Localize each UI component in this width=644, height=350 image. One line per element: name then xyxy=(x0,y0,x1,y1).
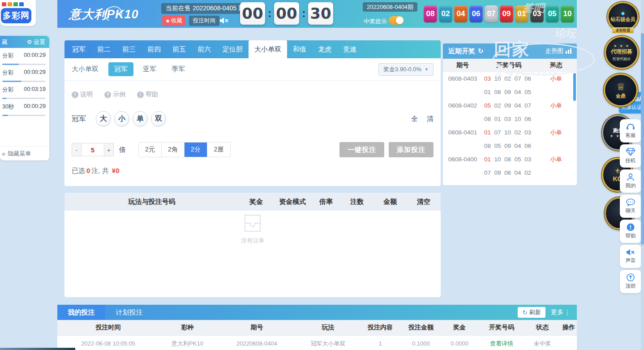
diamond-member-badge[interactable]: ◆ 钻石级会员 多彩联盟 xyxy=(607,2,639,31)
chevron-down-icon: ▼ xyxy=(425,67,429,72)
top-icon xyxy=(627,273,635,281)
quick-bet-button[interactable]: 一键投注 xyxy=(339,142,384,157)
favorite-button[interactable]: ★收藏 xyxy=(162,16,185,26)
tab-my-bets[interactable]: 我的投注 xyxy=(57,305,105,320)
subtab-jijun[interactable]: 季军 xyxy=(166,62,191,76)
current-issue-label: 当前在售 20220608-0405 期 xyxy=(161,3,249,14)
lottery-name: 30秒 xyxy=(2,103,14,111)
col-header: 金额 xyxy=(374,198,407,206)
draw-shape: 小单 xyxy=(535,72,577,99)
my-account-button[interactable]: 我的 xyxy=(620,169,641,193)
result-ball: 08 xyxy=(424,5,437,22)
hide-menu-button[interactable]: «隐藏菜单 xyxy=(0,146,49,160)
option-odd[interactable]: 单 xyxy=(133,111,148,126)
tab-daxiaodanshuang[interactable]: 大小单双 xyxy=(249,40,287,58)
option-big[interactable]: 大 xyxy=(96,111,111,126)
instructions-link[interactable]: !说明 xyxy=(72,91,93,99)
customer-service-button[interactable]: 客服 xyxy=(620,119,641,143)
win-tip-toggle[interactable] xyxy=(389,16,404,25)
recent-panel-scrollbar[interactable] xyxy=(573,73,576,101)
bonus-dropdown[interactable]: 奖金3.90-0.0%▼ xyxy=(378,63,434,76)
draw-row: 0608-0403 03 10 02 07 0601 08 09 04 05 小… xyxy=(443,72,577,99)
help-button[interactable]: 帮助 xyxy=(620,220,641,243)
amount-row: - 5 + 倍 2元 2角 2分 2厘 一键投注 添加投注 xyxy=(72,142,434,158)
unit-li[interactable]: 2厘 xyxy=(207,143,230,157)
empty-text: 没有注单 xyxy=(241,237,264,245)
lottery-item[interactable]: 分彩00:00:29 xyxy=(0,65,49,82)
watermark-text: 论坛 xyxy=(554,26,576,40)
star-icon: ★ xyxy=(165,17,170,24)
col-header: 资金模式 xyxy=(273,198,312,206)
page-scrollbar-thumb[interactable] xyxy=(641,33,644,245)
col-header: 期号 xyxy=(443,61,482,69)
empty-inbox-icon xyxy=(242,214,263,232)
refresh-icon[interactable]: ↻ xyxy=(478,47,484,55)
tab-longhu[interactable]: 龙虎 xyxy=(312,40,337,58)
clear-button[interactable]: 清 xyxy=(427,115,434,123)
result-ball: 07 xyxy=(485,5,498,22)
tab-qian6[interactable]: 前六 xyxy=(192,40,217,58)
draw-numbers-line2: 07 09 06 04 02 xyxy=(482,166,535,180)
tab-qian5[interactable]: 前五 xyxy=(167,40,192,58)
tab-plan-bets[interactable]: 计划投注 xyxy=(105,305,153,320)
help-link[interactable]: !帮助 xyxy=(137,91,158,99)
lottery-item[interactable]: 30秒00:00:29 xyxy=(0,99,49,116)
subtab-yajun[interactable]: 亚军 xyxy=(137,62,162,76)
refresh-button[interactable]: ↻刷新 xyxy=(518,307,545,318)
draw-row: 0608-0402 05 02 09 04 0708 01 03 10 06 小… xyxy=(443,99,577,126)
result-ball: 05 xyxy=(545,5,559,22)
chart-icon xyxy=(566,48,571,54)
col-header: 投注内容 xyxy=(358,324,402,332)
recent-draws-header: 近期开奖↻ 走势图 xyxy=(443,43,577,59)
site-name-button[interactable]: 多彩网 xyxy=(1,8,31,23)
unit-jiao[interactable]: 2角 xyxy=(162,143,185,157)
tab-dingweidan[interactable]: 定位胆 xyxy=(217,40,249,58)
sound-button[interactable]: 声音 xyxy=(620,245,641,268)
sub-nav: 大小单双 冠军 亚军 季军 奖金3.90-0.0%▼ xyxy=(64,58,441,81)
unit-yuan[interactable]: 2元 xyxy=(139,143,162,157)
agent-recruit-badge[interactable]: ★ ★ ★ 代理招募 托管式跑分 xyxy=(605,36,639,69)
tab-qian2[interactable]: 前二 xyxy=(91,40,116,58)
tab-guanjun[interactable]: 冠军 xyxy=(66,40,91,58)
tab-qian3[interactable]: 前三 xyxy=(116,40,142,58)
bet-time-button[interactable]: 投注时间 xyxy=(189,16,219,26)
view-details-link[interactable]: 查看详情 xyxy=(479,340,524,348)
gold-tripod-badge[interactable]: ♕ 金鼎 xyxy=(604,73,638,107)
add-bet-button[interactable]: 添加投注 xyxy=(389,142,434,157)
bet-options-row: 冠军 大 小 单 双 全 清 xyxy=(72,108,434,129)
recent-draws-panel: 近期开奖↻ 走势图 期号 开奖号码 形态 0608-0403 03 10 02 … xyxy=(443,43,577,185)
mute-icon[interactable] xyxy=(219,17,229,26)
draw-issue: 0608-0401 xyxy=(443,126,482,153)
tab-qian4[interactable]: 前四 xyxy=(142,40,167,58)
unit-fen[interactable]: 2分 xyxy=(185,143,207,157)
draw-numbers-line2: 01 08 09 04 05 xyxy=(482,86,535,99)
more-button[interactable]: 更多⋮ xyxy=(551,308,571,316)
back-to-top-button[interactable]: 顶部 xyxy=(620,270,641,293)
lottery-item[interactable]: 分彩00:00:29 xyxy=(0,48,49,65)
trend-chart-button[interactable]: 走势图 xyxy=(545,47,572,55)
bottom-edge-strip xyxy=(0,348,75,350)
col-header: 玩法 xyxy=(298,324,358,332)
money-unit-group: 2元 2角 2分 2厘 xyxy=(138,142,231,157)
option-even[interactable]: 双 xyxy=(151,111,166,126)
multiplier-plus-button[interactable]: + xyxy=(104,143,114,156)
bet-time: 2022-06-08 10:05:05 xyxy=(57,340,159,347)
tab-jingsu[interactable]: 竞速 xyxy=(337,40,362,58)
option-small[interactable]: 小 xyxy=(114,111,129,126)
multiplier-minus-button[interactable]: - xyxy=(72,143,82,156)
lottery-item[interactable]: 分彩00:03:19 xyxy=(0,82,49,99)
draw-numbers-line2: 08 05 09 04 06 xyxy=(482,139,535,153)
select-all-button[interactable]: 全 xyxy=(411,115,418,123)
tab-hezhi[interactable]: 和值 xyxy=(287,40,312,58)
game-logo: 意大利PK10 xyxy=(69,6,139,22)
example-link[interactable]: ?示例 xyxy=(104,91,125,99)
lottery-name: 分彩 xyxy=(2,86,13,94)
collect-label[interactable]: 藏 xyxy=(2,38,8,46)
multiplier-input[interactable]: 5 xyxy=(82,143,104,156)
settings-button[interactable]: ⚙ 设置 xyxy=(27,38,45,46)
subtab-guanjun[interactable]: 冠军 xyxy=(108,62,133,76)
chat-button[interactable]: 聊天 xyxy=(620,194,641,218)
selected-amount: ¥0 xyxy=(111,167,121,174)
bet-row-label: 冠军 xyxy=(72,114,86,124)
auto-bet-button[interactable]: 挂机 xyxy=(620,144,641,168)
